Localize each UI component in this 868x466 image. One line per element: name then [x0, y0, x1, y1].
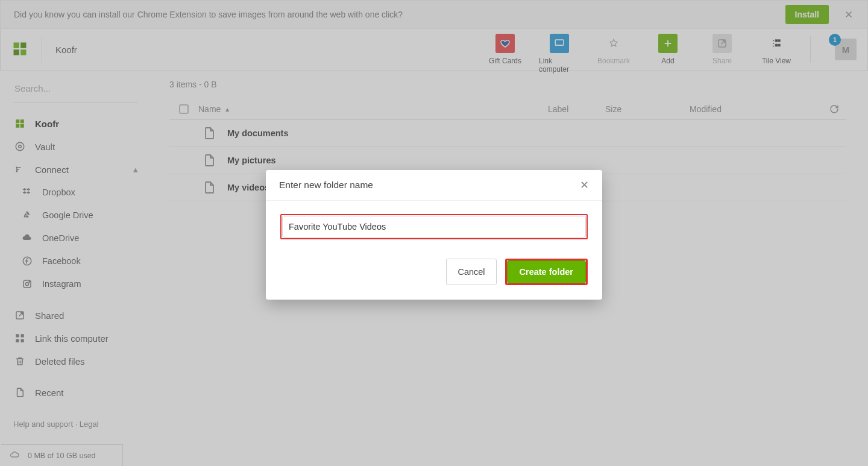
highlight-input [280, 214, 588, 239]
modal-overlay: Enter new folder name ✕ Cancel Create fo… [0, 0, 868, 466]
folder-name-input[interactable] [282, 216, 586, 238]
modal-title: Enter new folder name [279, 180, 373, 190]
new-folder-modal: Enter new folder name ✕ Cancel Create fo… [266, 170, 602, 300]
highlight-create: Create folder [505, 259, 588, 285]
close-icon[interactable]: ✕ [580, 180, 589, 190]
cancel-button[interactable]: Cancel [446, 259, 496, 285]
create-folder-button[interactable]: Create folder [507, 260, 586, 283]
